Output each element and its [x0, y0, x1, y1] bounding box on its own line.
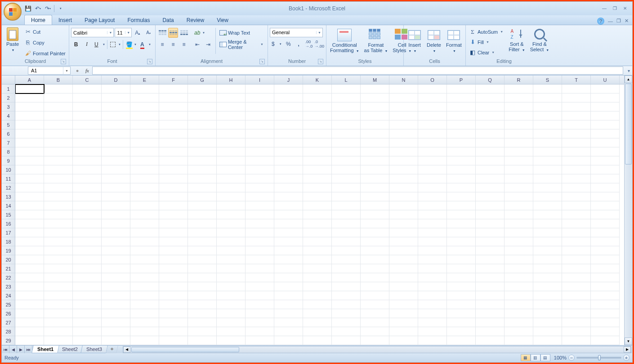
cell[interactable] [303, 192, 332, 201]
cell[interactable] [476, 183, 505, 192]
row-header[interactable]: 21 [2, 264, 15, 273]
cell[interactable] [246, 102, 274, 111]
cell[interactable] [217, 156, 246, 165]
cell[interactable] [418, 111, 447, 120]
autosum-button[interactable]: ΣAutoSum▼ [468, 27, 505, 37]
decrease-decimal-button[interactable]: .0→.00 [314, 39, 324, 49]
page-layout-view-button[interactable]: ▥ [531, 354, 540, 361]
cell[interactable] [447, 138, 476, 147]
cell[interactable] [361, 111, 389, 120]
cell[interactable] [562, 93, 591, 102]
cell[interactable] [102, 309, 130, 318]
cell[interactable] [505, 210, 533, 219]
column-header[interactable]: L [332, 75, 361, 84]
cut-button[interactable]: ✂Cut [23, 27, 67, 37]
cell[interactable] [418, 120, 447, 129]
cell[interactable] [591, 228, 620, 237]
cell[interactable] [562, 282, 591, 291]
cell[interactable] [73, 192, 102, 201]
row-header[interactable]: 26 [2, 309, 15, 318]
cell[interactable] [246, 264, 274, 273]
cell[interactable] [274, 129, 303, 138]
cell[interactable] [15, 327, 44, 336]
cell[interactable] [332, 264, 361, 273]
cell[interactable] [73, 147, 102, 156]
cell[interactable] [332, 219, 361, 228]
cell[interactable] [303, 264, 332, 273]
cell[interactable] [418, 228, 447, 237]
cell[interactable] [447, 246, 476, 255]
cell[interactable] [447, 156, 476, 165]
row-header[interactable]: 24 [2, 291, 15, 300]
cell[interactable] [533, 282, 562, 291]
vscroll-thumb[interactable] [625, 84, 632, 164]
cell[interactable] [159, 264, 188, 273]
cell[interactable] [591, 201, 620, 210]
cell[interactable] [361, 138, 389, 147]
cell[interactable] [159, 201, 188, 210]
clipboard-launcher[interactable]: ↘ [61, 59, 66, 64]
cell[interactable] [159, 147, 188, 156]
cell[interactable] [361, 309, 389, 318]
align-bottom-button[interactable] [179, 28, 189, 38]
cell[interactable] [73, 93, 102, 102]
font-size-combo[interactable]: 11▼ [115, 28, 132, 37]
cell[interactable] [389, 102, 418, 111]
cell[interactable] [15, 336, 44, 345]
cell[interactable] [332, 282, 361, 291]
cell[interactable] [562, 84, 591, 93]
cell[interactable] [102, 138, 130, 147]
cell[interactable] [102, 147, 130, 156]
cell[interactable] [389, 120, 418, 129]
cell[interactable] [505, 120, 533, 129]
cell[interactable] [332, 138, 361, 147]
cell[interactable] [159, 210, 188, 219]
hscroll-thumb[interactable] [131, 347, 239, 352]
last-sheet-button[interactable]: ⏭ [25, 346, 32, 353]
cell[interactable] [332, 246, 361, 255]
horizontal-scrollbar[interactable]: ◀ ▶ [123, 346, 631, 353]
row-header[interactable]: 2 [2, 93, 15, 102]
cell[interactable] [44, 237, 73, 246]
cell[interactable] [246, 300, 274, 309]
cell[interactable] [505, 327, 533, 336]
cell[interactable] [303, 120, 332, 129]
cell[interactable] [15, 174, 44, 183]
column-header[interactable]: K [303, 75, 332, 84]
cell[interactable] [44, 336, 73, 345]
cell[interactable] [130, 147, 159, 156]
cell[interactable] [159, 318, 188, 327]
row-header[interactable]: 5 [2, 120, 15, 129]
scroll-left-button[interactable]: ◀ [123, 346, 130, 353]
cell[interactable] [217, 174, 246, 183]
cell[interactable] [188, 282, 217, 291]
cell[interactable] [562, 210, 591, 219]
cell[interactable] [246, 165, 274, 174]
cell[interactable] [361, 84, 389, 93]
cell[interactable] [447, 273, 476, 282]
cell[interactable] [246, 138, 274, 147]
formula-input[interactable] [92, 67, 623, 75]
cell[interactable] [188, 228, 217, 237]
cell[interactable] [303, 174, 332, 183]
italic-button[interactable]: I [82, 40, 92, 49]
cell[interactable] [505, 138, 533, 147]
column-header[interactable]: C [73, 75, 102, 84]
cell[interactable] [217, 228, 246, 237]
cell[interactable] [130, 336, 159, 345]
first-sheet-button[interactable]: ⏮ [2, 346, 9, 353]
cell[interactable] [246, 156, 274, 165]
cell[interactable] [303, 219, 332, 228]
cell[interactable] [303, 156, 332, 165]
cell[interactable] [44, 192, 73, 201]
cell[interactable] [361, 264, 389, 273]
cell[interactable] [159, 291, 188, 300]
cell[interactable] [389, 228, 418, 237]
cell[interactable] [533, 183, 562, 192]
cell[interactable] [188, 165, 217, 174]
cell[interactable] [562, 183, 591, 192]
cell[interactable] [389, 183, 418, 192]
cell[interactable] [15, 93, 44, 102]
cell[interactable] [246, 93, 274, 102]
cell[interactable] [246, 228, 274, 237]
